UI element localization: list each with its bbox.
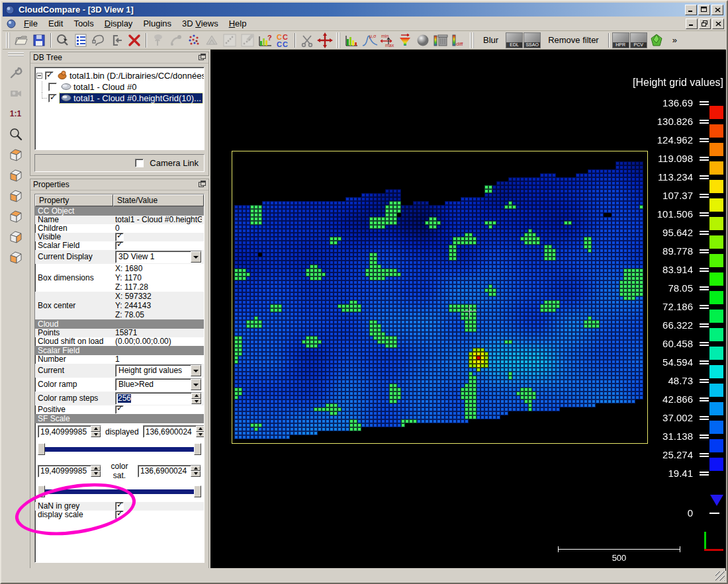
colored-points-button[interactable] [185,32,203,49]
apply-transformation-button[interactable] [108,32,125,49]
slider-handle-right[interactable] [194,485,201,497]
spin-buttons[interactable] [91,466,101,477]
color-ramp-dropdown[interactable]: Blue>Red [115,378,202,391]
cross-section-button[interactable] [298,32,316,49]
toolbar-grip[interactable] [336,32,340,48]
filter-by-value-button[interactable] [396,32,414,49]
more-buttons-chevron[interactable]: » [666,32,684,49]
tree-item[interactable]: total1 - Cloud #0 [36,81,203,93]
camera-button[interactable] [7,85,25,102]
range-min-spinbox[interactable]: 19,40999985 [38,465,101,478]
range-max-spinbox[interactable]: 136,6900024 [138,465,201,478]
menu-help[interactable]: Help [224,17,252,30]
tree-item[interactable]: total1 - Cloud #0.heightGrid(10)... [36,93,203,104]
ssao-filter-button[interactable]: SSAO [523,32,541,49]
edl-filter-button[interactable]: EDL [506,32,523,49]
histogram-button[interactable] [343,32,360,49]
delete-button[interactable] [126,32,143,49]
left-view-button[interactable] [7,187,25,204]
top-view-button[interactable] [7,146,25,163]
property-label: Color ramp steps [35,392,113,405]
current-dropdown[interactable]: Height grid values [115,364,202,377]
gaussian-filter-button[interactable]: μ,σ [361,32,378,49]
restore-button[interactable] [699,19,711,29]
zoom-fit-button[interactable] [7,126,25,143]
visibility-checkbox[interactable] [48,94,57,103]
spin-buttons[interactable] [191,393,201,404]
minimize-button[interactable] [686,19,698,29]
column-header-property[interactable]: Property [35,194,113,206]
front-view-button[interactable] [7,167,25,184]
3d-view[interactable]: [Height grid values] 136.69130.826124.96… [210,50,726,571]
mesh-button[interactable] [203,32,220,49]
color-scale-tick [700,419,709,420]
close-button[interactable] [712,19,724,29]
visibility-checkbox[interactable] [45,71,54,80]
align-clouds-button[interactable] [221,32,238,49]
compute-normals-button[interactable] [150,32,167,49]
statistics-button[interactable]: ? [257,32,274,49]
range-min-spinbox[interactable]: 19,40999985 [38,425,101,438]
delete-sf-button[interactable] [432,32,449,49]
sf-minmax-button[interactable]: minmax [379,32,396,49]
color-ramp-steps-spinbox[interactable]: 256 [115,392,202,405]
menu-3d-views[interactable]: 3D Views [177,17,224,30]
open-button[interactable] [13,32,30,49]
property-row: Current Display3D View 1 [35,250,204,264]
menu-file[interactable]: File [19,17,43,30]
remove-filter-button[interactable]: Remove filter [541,32,606,49]
camera-link-checkbox[interactable] [135,159,144,167]
menu-plugins[interactable]: Plugins [138,17,177,30]
menu-display[interactable]: Display [99,17,138,30]
tree-expander[interactable] [36,73,42,79]
toolbar-grip[interactable] [8,52,24,56]
spin-buttons[interactable] [91,426,101,437]
spin-buttons[interactable] [196,426,205,437]
save-button[interactable] [30,32,48,49]
column-header-state-value[interactable]: State/Value [113,194,204,206]
slider-handle-left[interactable] [38,485,45,497]
cloud-compare-button[interactable]: CCCC [275,32,292,49]
back-view-button[interactable] [7,208,25,225]
pcv-plugin-button[interactable]: PCV [630,32,647,49]
positive-checkbox[interactable] [115,405,124,414]
current-display-dropdown[interactable]: 3D View 1 [115,251,202,263]
sphere-button[interactable] [414,32,432,49]
display-options-button[interactable] [72,32,89,49]
zoom-pick-button[interactable] [54,32,71,49]
menu-edit[interactable]: Edit [43,17,68,30]
scalar-field-checkbox[interactable] [115,241,124,250]
slider-handle-left[interactable] [38,443,45,455]
float-panel-icon[interactable] [199,53,206,62]
zoom-1-1-button[interactable]: 1:1 [7,105,25,122]
sf-diff-button[interactable]: diff [450,32,467,49]
minimize-button[interactable] [685,5,697,15]
subsample-button[interactable] [167,32,185,49]
bottom-view-button[interactable] [7,249,25,266]
menu-tools[interactable]: Tools [68,17,99,30]
plugin-green-button[interactable] [648,32,665,49]
range-slider[interactable] [38,485,201,497]
range-slider[interactable] [38,443,201,455]
close-button[interactable] [711,5,723,15]
slider-handle-right[interactable] [194,443,201,455]
resize-grip-icon[interactable] [715,571,725,581]
tree-item[interactable]: total1.bin (D:/Librairies/CC/données... [36,70,203,81]
spin-buttons[interactable] [191,466,201,477]
config-wrench-button[interactable] [7,64,25,81]
float-panel-icon[interactable] [199,180,206,189]
right-view-button[interactable] [7,228,25,245]
maximize-button[interactable] [698,5,710,15]
hpr-plugin-button[interactable]: HPR [612,32,629,49]
translate-rotate-button[interactable] [316,32,334,49]
toolbar-grip[interactable] [6,32,10,48]
toolbar-grip[interactable] [470,32,474,48]
visibility-checkbox[interactable] [48,83,57,91]
title-bar[interactable]: CloudCompare - [3D View 1] [3,3,725,17]
segment-button[interactable] [90,32,107,49]
blur-button[interactable]: Blur [477,32,505,49]
register-clouds-button[interactable] [239,32,256,49]
range-max-spinbox[interactable]: 136,6900024 [143,425,205,438]
property-label: Positive [35,405,113,414]
display-scale-checkbox[interactable] [115,511,124,519]
